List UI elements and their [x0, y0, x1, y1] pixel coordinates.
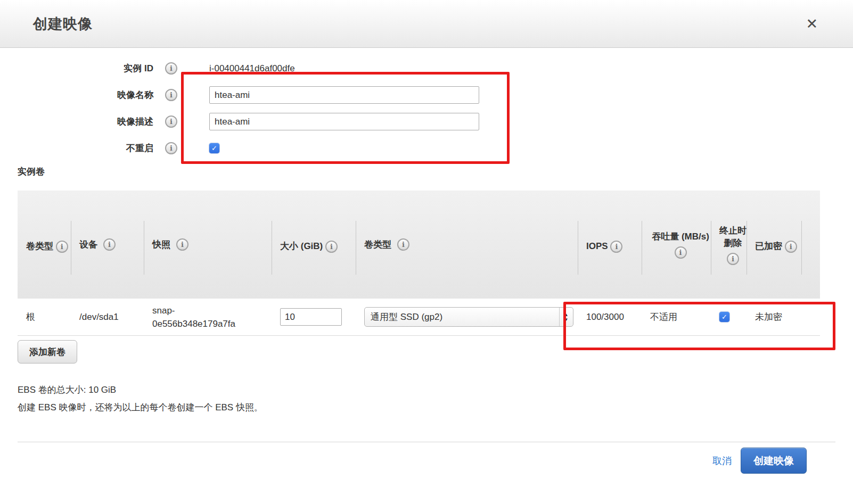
cell-size: [272, 299, 356, 335]
instance-id-value: i-00400441d6af00dfe: [209, 63, 295, 74]
no-reboot-label: 不重启: [18, 142, 153, 154]
col-volume-type: 卷类型 i: [18, 191, 71, 299]
create-image-button[interactable]: 创建映像: [741, 448, 807, 474]
cell-snapshot: snap-0e556b348e179a7fa: [144, 299, 272, 335]
col-volume-type-2-label: 卷类型: [364, 238, 391, 251]
image-description-row: 映像描述 i: [18, 113, 835, 130]
cell-volume-type-select: 通用型 SSD (gp2) ▲ ▼: [356, 299, 578, 335]
cell-delete-on-termination: ✓: [711, 299, 747, 335]
stepper-down-icon: ▼: [564, 317, 569, 322]
col-snapshot-info-icon[interactable]: i: [176, 238, 188, 251]
close-icon[interactable]: ✕: [806, 17, 818, 31]
cell-iops: 100/3000: [578, 299, 642, 335]
instance-volumes-title: 实例卷: [18, 166, 835, 178]
col-snapshot: 快照 i: [144, 191, 272, 299]
col-volume-type-label: 卷类型: [26, 241, 53, 251]
col-device-label: 设备: [79, 238, 97, 251]
col-throughput-label: 吞吐量 (MB/s): [652, 232, 709, 242]
col-encrypted-info-icon[interactable]: i: [785, 241, 797, 253]
modal-body: 实例 ID i i-00400441d6af00dfe 映像名称 i 映像描述 …: [0, 48, 853, 474]
table-header-filler: [801, 191, 820, 299]
page-title: 创建映像: [33, 14, 93, 34]
volumes-table: 卷类型 i 设备 i 快照 i: [18, 191, 820, 336]
col-throughput: 吞吐量 (MB/s) i: [642, 191, 711, 299]
table-row: 根 /dev/sda1 snap-0e556b348e179a7fa 通用型 S…: [18, 299, 820, 336]
cell-encrypted: 未加密: [747, 299, 801, 335]
col-size: 大小 (GiB) i: [272, 191, 356, 299]
check-icon: ✓: [211, 145, 217, 152]
no-reboot-info-icon[interactable]: i: [165, 142, 177, 154]
image-description-label: 映像描述: [18, 115, 153, 128]
col-size-label: 大小 (GiB): [280, 241, 323, 251]
modal-header: 创建映像 ✕: [0, 0, 853, 48]
instance-id-row: 实例 ID i i-00400441d6af00dfe: [18, 60, 835, 77]
volume-type-select[interactable]: 通用型 SSD (gp2) ▲ ▼: [364, 307, 573, 327]
ebs-snapshot-note-text: 创建 EBS 映像时，还将为以上的每个卷创建一个 EBS 快照。: [18, 402, 835, 414]
modal-footer: 取消 创建映像: [18, 442, 835, 474]
col-volume-type-2: 卷类型 i: [356, 191, 578, 299]
stepper-up-icon: ▲: [564, 312, 569, 317]
no-reboot-row: 不重启 i ✓: [18, 139, 835, 157]
col-size-info-icon[interactable]: i: [325, 241, 338, 253]
select-stepper-icon: ▲ ▼: [559, 308, 573, 326]
delete-on-termination-checkbox[interactable]: ✓: [719, 312, 729, 322]
instance-id-info-icon[interactable]: i: [165, 62, 177, 75]
snapshot-id: snap-0e556b348e179a7fa: [152, 304, 245, 331]
cancel-button[interactable]: 取消: [712, 455, 732, 467]
col-iops-info-icon[interactable]: i: [610, 241, 622, 253]
image-name-row: 映像名称 i: [18, 86, 835, 104]
image-name-input[interactable]: [209, 86, 479, 104]
image-description-info-icon[interactable]: i: [165, 115, 177, 128]
cell-device: /dev/sda1: [71, 299, 144, 335]
create-image-modal: 创建映像 ✕ 实例 ID i i-00400441d6af00dfe 映像名称 …: [0, 0, 853, 504]
add-volume-button[interactable]: 添加新卷: [18, 340, 77, 363]
cell-volume-type: 根: [18, 299, 71, 335]
col-volume-type-info-icon[interactable]: i: [56, 241, 68, 253]
image-description-input[interactable]: [209, 113, 479, 130]
instance-id-label: 实例 ID: [18, 62, 153, 75]
image-name-info-icon[interactable]: i: [165, 89, 177, 101]
col-delete-on-termination-label: 终止时删除: [719, 226, 747, 248]
volumes-table-header: 卷类型 i 设备 i 快照 i: [18, 191, 820, 299]
check-icon: ✓: [721, 313, 727, 320]
col-iops: IOPS i: [578, 191, 642, 299]
col-volume-type-2-info-icon[interactable]: i: [397, 238, 409, 251]
ebs-total-size-text: EBS 卷的总大小: 10 GiB: [18, 384, 835, 396]
no-reboot-checkbox[interactable]: ✓: [209, 143, 219, 153]
size-input[interactable]: [280, 308, 342, 326]
col-device-info-icon[interactable]: i: [103, 238, 116, 251]
col-device: 设备 i: [71, 191, 144, 299]
image-name-label: 映像名称: [18, 89, 153, 101]
col-iops-label: IOPS: [586, 241, 608, 251]
table-row-filler: [801, 299, 820, 335]
volume-type-selected-value: 通用型 SSD (gp2): [371, 311, 559, 323]
col-throughput-info-icon[interactable]: i: [675, 246, 687, 259]
col-encrypted: 已加密 i: [747, 191, 801, 299]
col-delete-on-termination: 终止时删除 i: [711, 191, 747, 299]
cell-throughput: 不适用: [642, 299, 711, 335]
col-snapshot-label: 快照: [152, 238, 170, 251]
col-encrypted-label: 已加密: [755, 241, 782, 251]
col-delete-on-termination-info-icon[interactable]: i: [727, 253, 739, 265]
